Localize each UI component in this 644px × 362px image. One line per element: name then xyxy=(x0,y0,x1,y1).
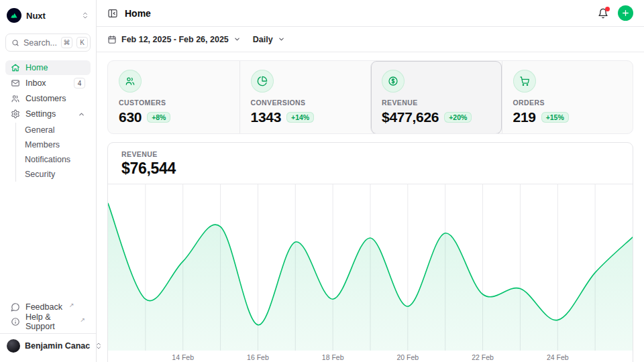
sidebar-nav: Home Inbox 4 Customers Sett xyxy=(5,60,91,182)
feedback-label: Feedback xyxy=(25,302,62,312)
dollar-circle-icon xyxy=(382,70,405,93)
sidebar-item-notifications[interactable]: Notifications xyxy=(25,152,91,167)
sidebar-item-settings[interactable]: Settings xyxy=(5,107,91,121)
plus-icon xyxy=(621,9,630,17)
notification-dot xyxy=(605,7,610,11)
user-menu[interactable]: Benjamin Canac xyxy=(5,334,91,358)
granularity-select[interactable]: Daily xyxy=(253,35,285,44)
sidebar-item-label: Inbox xyxy=(25,78,46,88)
home-icon xyxy=(11,63,20,72)
settings-sub-nav: General Members Notifications Security xyxy=(15,123,91,182)
help-support-link[interactable]: Help & Support ↗ xyxy=(5,314,91,329)
kbd-k: K xyxy=(76,37,88,48)
pie-chart-icon xyxy=(251,70,274,93)
chevron-down-icon xyxy=(233,36,241,43)
content-area: CUSTOMERS 630 +8% CONVERSIONS 1343 +14% xyxy=(97,52,644,362)
stat-label: REVENUE xyxy=(382,99,491,107)
message-bubble-icon xyxy=(11,302,20,312)
stat-card-revenue[interactable]: REVENUE $477,626 +20% xyxy=(370,61,502,134)
stats-row: CUSTOMERS 630 +8% CONVERSIONS 1343 +14% xyxy=(107,60,633,134)
nuxt-logo-icon xyxy=(7,8,21,23)
stat-label: CUSTOMERS xyxy=(119,99,229,107)
sidebar-footer: Feedback ↗ Help & Support ↗ Benjamin Can… xyxy=(5,300,91,362)
users-icon xyxy=(11,94,20,103)
main-panel: Home Feb 12, 2025 - Feb 26, 2025 xyxy=(97,0,644,362)
add-button[interactable] xyxy=(618,5,633,21)
filter-toolbar: Feb 12, 2025 - Feb 26, 2025 Daily xyxy=(97,27,644,52)
inbox-count-badge: 4 xyxy=(74,78,85,88)
stat-card-orders[interactable]: ORDERS 219 +15% xyxy=(502,61,633,134)
stat-label: CONVERSIONS xyxy=(251,99,360,107)
chevron-down-icon xyxy=(278,36,285,43)
chart-title: REVENUE xyxy=(121,150,619,158)
chart-canvas xyxy=(108,184,633,351)
stat-value: 1343 xyxy=(251,109,282,125)
cart-icon xyxy=(513,70,536,93)
external-link-icon: ↗ xyxy=(80,316,85,323)
help-support-label: Help & Support xyxy=(25,312,73,331)
stat-value: 219 xyxy=(513,109,536,125)
inbox-icon xyxy=(11,78,20,88)
revenue-chart-card: REVENUE $76,544 xyxy=(107,142,633,362)
workspace-switcher[interactable]: Nuxt xyxy=(5,7,91,24)
stat-delta-badge: +15% xyxy=(541,112,569,123)
chart-current-value: $76,544 xyxy=(121,160,619,178)
stat-delta-badge: +20% xyxy=(444,112,472,123)
stat-value: 630 xyxy=(119,109,142,125)
stat-card-conversions[interactable]: CONVERSIONS 1343 +14% xyxy=(239,61,371,134)
notifications-button[interactable] xyxy=(595,5,611,21)
stat-label: ORDERS xyxy=(513,99,623,107)
external-link-icon: ↗ xyxy=(69,302,74,308)
chevron-up-icon xyxy=(78,111,85,118)
chevrons-up-down-icon xyxy=(81,11,89,19)
workspace-name: Nuxt xyxy=(26,11,76,21)
date-range-picker[interactable]: Feb 12, 2025 - Feb 26, 2025 xyxy=(107,35,241,44)
x-axis-tick-label: 14 Feb xyxy=(172,353,194,361)
user-avatar xyxy=(7,339,20,353)
topbar: Home xyxy=(97,0,644,27)
sidebar-item-label: Home xyxy=(25,63,48,72)
collapse-sidebar-button[interactable] xyxy=(107,8,118,19)
date-range-label: Feb 12, 2025 - Feb 26, 2025 xyxy=(121,35,229,44)
x-axis-tick-label: 16 Feb xyxy=(247,353,269,361)
stat-delta-badge: +8% xyxy=(147,112,170,123)
sidebar-item-customers[interactable]: Customers xyxy=(5,91,91,106)
sidebar-item-security[interactable]: Security xyxy=(25,167,91,182)
x-axis-tick-label: 20 Feb xyxy=(396,353,419,361)
search-input[interactable]: Search... ⌘ K xyxy=(5,34,91,52)
app-window: Nuxt Search... ⌘ K Home xyxy=(0,0,644,362)
gear-icon xyxy=(11,109,20,119)
chart-x-axis-labels: 14 Feb16 Feb18 Feb20 Feb22 Feb24 Feb xyxy=(108,351,633,362)
users-icon xyxy=(119,70,142,93)
sidebar-item-members[interactable]: Members xyxy=(25,137,91,152)
page-title: Home xyxy=(125,8,151,19)
x-axis-tick-label: 24 Feb xyxy=(547,353,569,361)
search-placeholder: Search... xyxy=(23,38,57,48)
kbd-cmd: ⌘ xyxy=(61,37,72,48)
sidebar-item-general[interactable]: General xyxy=(25,123,91,137)
search-icon xyxy=(11,39,19,47)
sidebar-item-label: Settings xyxy=(25,109,56,119)
granularity-label: Daily xyxy=(253,35,273,44)
x-axis-tick-label: 18 Feb xyxy=(322,353,344,361)
sidebar-item-label: Customers xyxy=(25,94,66,103)
revenue-area-chart[interactable] xyxy=(108,184,633,351)
chart-header: REVENUE $76,544 xyxy=(108,143,633,184)
sidebar-item-inbox[interactable]: Inbox 4 xyxy=(5,76,91,90)
x-axis-tick-label: 22 Feb xyxy=(472,353,494,361)
user-name: Benjamin Canac xyxy=(25,341,90,351)
stat-card-customers[interactable]: CUSTOMERS 630 +8% xyxy=(108,61,239,134)
sidebar: Nuxt Search... ⌘ K Home xyxy=(0,0,97,362)
calendar-icon xyxy=(107,35,117,44)
stat-delta-badge: +14% xyxy=(286,112,314,123)
sidebar-item-home[interactable]: Home xyxy=(5,60,91,75)
info-circle-icon xyxy=(11,317,20,326)
stat-value: $477,626 xyxy=(382,109,439,125)
